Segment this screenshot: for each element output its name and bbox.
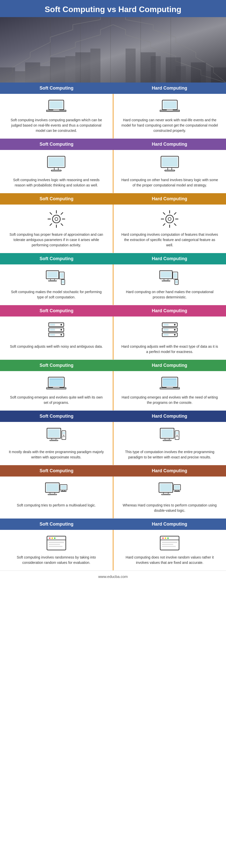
right-icon-2	[160, 155, 180, 174]
svg-rect-29	[167, 110, 173, 111]
left-header-6: Soft Computing	[0, 360, 113, 371]
right-text-4: Hard computing on other hand makes the c…	[121, 289, 219, 300]
section-9: Soft Computing Hard Computing Soft compu…	[0, 519, 226, 570]
svg-line-47	[50, 224, 52, 225]
svg-rect-127	[61, 491, 66, 492]
svg-rect-73	[175, 280, 178, 283]
section-header-1: Soft Computing Hard Computing	[0, 83, 226, 94]
svg-rect-95	[53, 387, 60, 388]
section-2: Soft Computing Hard Computing Soft compu…	[0, 138, 226, 193]
section-header-2: Soft Computing Hard Computing	[0, 138, 226, 150]
svg-line-46	[61, 213, 63, 214]
svg-rect-35	[162, 157, 178, 166]
svg-point-139	[51, 537, 53, 539]
svg-rect-63	[60, 273, 64, 278]
right-icon-5	[161, 321, 179, 340]
right-text-6: Hard computing emerges and evolves with …	[121, 395, 219, 405]
svg-rect-96	[50, 379, 63, 380]
svg-rect-25	[53, 110, 59, 111]
svg-rect-71	[174, 273, 177, 278]
right-cell-9: Hard computing does not involve random v…	[113, 530, 226, 570]
hero-image	[0, 17, 226, 83]
svg-rect-105	[48, 429, 60, 437]
svg-rect-90	[163, 329, 168, 331]
svg-point-110	[63, 435, 64, 436]
svg-rect-20	[176, 66, 186, 83]
section-6: Soft Computing Hard Computing Soft compu…	[0, 360, 226, 411]
left-icon-8	[45, 482, 68, 499]
section-5: Soft Computing Hard Computing Soft compu…	[0, 305, 226, 360]
right-text-2: Hard computing on other hand involves bi…	[121, 177, 219, 188]
left-header-1: Soft Computing	[0, 83, 113, 94]
left-cell-7: It mostly deals with the entire programm…	[0, 422, 113, 465]
left-cell-9: Soft computing involves randomness by ta…	[0, 530, 113, 570]
section-8: Soft Computing Hard Computing Soft compu…	[0, 465, 226, 519]
section-header-6: Soft Computing Hard Computing	[0, 360, 226, 371]
svg-rect-142	[49, 544, 60, 545]
svg-line-54	[163, 213, 165, 214]
right-text-1: Hard computing can never work with real-…	[121, 118, 219, 133]
svg-rect-150	[162, 544, 173, 545]
left-cell-1: Soft computing involves computing paradi…	[0, 94, 113, 138]
svg-rect-23	[50, 101, 63, 109]
svg-rect-91	[163, 334, 168, 336]
svg-line-57	[163, 224, 165, 225]
section-body-3: Soft computing has proper feature of app…	[0, 205, 226, 253]
right-cell-7: This type of computation involves the en…	[113, 422, 226, 465]
svg-rect-36	[168, 167, 172, 170]
left-icon-2	[46, 155, 66, 174]
right-cell-4: Hard computing on other hand makes the c…	[113, 265, 226, 305]
svg-rect-103	[163, 380, 171, 381]
right-icon-9	[159, 535, 180, 551]
left-cell-8: Soft computing tries to perform a multiv…	[0, 476, 113, 518]
right-header-8: Hard Computing	[113, 465, 226, 476]
section-header-9: Soft Computing Hard Computing	[0, 519, 226, 530]
right-cell-2: Hard computing on other hand involves bi…	[113, 150, 226, 193]
right-cell-3: Hard computing involves computation of f…	[113, 205, 226, 253]
left-header-4: Soft Computing	[0, 253, 113, 265]
svg-rect-67	[161, 272, 171, 278]
section-header-8: Soft Computing Hard Computing	[0, 465, 226, 476]
right-header-3: Hard Computing	[113, 193, 226, 205]
svg-rect-131	[161, 494, 170, 495]
right-icon-3	[160, 210, 179, 228]
section-body-7: It mostly deals with the entire programm…	[0, 422, 226, 465]
svg-rect-59	[47, 272, 58, 278]
svg-point-84	[174, 324, 176, 326]
svg-rect-13	[211, 67, 226, 83]
svg-rect-16	[65, 56, 75, 83]
right-header-4: Hard Computing	[113, 253, 226, 265]
section-body-6: Soft computing emerges and evolves quite…	[0, 371, 226, 411]
svg-rect-14	[15, 71, 25, 83]
left-icon-5	[47, 321, 65, 340]
left-icon-6	[46, 376, 66, 391]
section-header-7: Soft Computing Hard Computing	[0, 411, 226, 422]
svg-point-146	[162, 537, 164, 539]
svg-rect-89	[163, 324, 168, 326]
svg-rect-31	[48, 157, 64, 166]
svg-rect-37	[165, 170, 175, 171]
section-3: Soft Computing Hard Computing Soft compu…	[0, 193, 226, 253]
right-cell-5: Hard computing adjusts well with the exa…	[113, 316, 226, 360]
section-header-3: Soft Computing Hard Computing	[0, 193, 226, 205]
svg-point-138	[49, 537, 50, 539]
left-header-7: Soft Computing	[0, 411, 113, 422]
svg-rect-17	[90, 49, 101, 83]
svg-point-79	[61, 334, 62, 336]
section-1: Soft Computing Hard Computing Soft compu…	[0, 83, 226, 138]
svg-rect-80	[50, 324, 55, 326]
left-header-8: Soft Computing	[0, 465, 113, 476]
svg-rect-81	[50, 329, 55, 331]
left-icon-7	[46, 427, 67, 446]
section-body-8: Soft computing tries to perform a multiv…	[0, 476, 226, 519]
svg-point-38	[52, 215, 60, 223]
right-header-6: Hard Computing	[113, 360, 226, 371]
left-text-8: Soft computing tries to perform a multiv…	[17, 503, 96, 508]
svg-rect-19	[151, 56, 161, 83]
svg-rect-21	[201, 71, 211, 83]
right-icon-1	[160, 99, 180, 114]
right-header-2: Hard Computing	[113, 138, 226, 150]
svg-rect-69	[162, 281, 170, 281]
section-body-1: Soft computing involves computing paradi…	[0, 94, 226, 138]
section-body-5: Soft computing adjusts well with noisy a…	[0, 316, 226, 360]
